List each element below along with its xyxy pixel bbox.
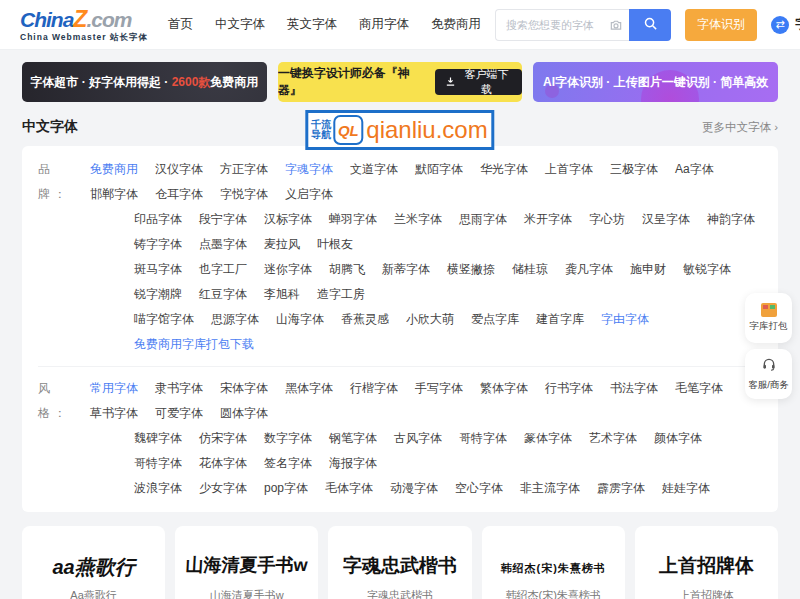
font-tag-link[interactable]: 锐字潮牌 [134,282,182,307]
font-tag-link[interactable]: 上首字体 [545,157,593,182]
client-download-button[interactable]: 客户端下载 [435,69,523,95]
font-tag-link[interactable]: 花体字体 [199,451,247,476]
font-tag-link[interactable]: 签名字体 [264,451,312,476]
font-tag-link[interactable]: 草书字体 [90,401,138,426]
font-tag-link[interactable]: 香蕉灵感 [341,307,389,332]
font-tag-link[interactable]: 字心坊 [589,207,625,232]
font-tag-link[interactable]: 胡腾飞 [329,257,365,282]
search-input[interactable] [506,19,609,31]
font-tag-link[interactable]: 毛笔字体 [675,376,723,401]
banner-client-download[interactable]: 一键换字设计师必备『神器』 客户端下载 [278,62,523,102]
font-tag-link[interactable]: 书法字体 [610,376,658,401]
font-tag-link[interactable]: 思源字体 [211,307,259,332]
font-tag-link[interactable]: 海报字体 [329,451,377,476]
search-button[interactable] [629,9,671,41]
font-tag-link[interactable]: 手写字体 [415,376,463,401]
font-tag-link[interactable]: 敏锐字体 [683,257,731,282]
font-tag-link[interactable]: 新蒂字体 [382,257,430,282]
font-tag-link[interactable]: 思雨字体 [459,207,507,232]
font-pack-button[interactable]: 字库打包 [745,293,792,343]
font-tag-link[interactable]: 动漫字体 [390,476,438,501]
nav-english-fonts[interactable]: 英文字体 [287,16,337,33]
font-tag-link[interactable]: 麦拉风 [264,232,300,257]
camera-icon[interactable] [609,18,623,32]
font-recognize-button[interactable]: 字体识别 [685,9,757,41]
font-tag-link[interactable]: 古风字体 [394,426,442,451]
font-tag-link[interactable]: 爱点字库 [471,307,519,332]
font-tag-link[interactable]: 免费商用字库打包下载 [134,332,254,357]
font-tag-link[interactable]: 米开字体 [524,207,572,232]
font-tag-link[interactable]: 繁体字体 [480,376,528,401]
font-tag-link[interactable]: 华光字体 [480,157,528,182]
font-tag-link[interactable]: 颜体字体 [654,426,702,451]
font-tag-link[interactable]: 可爱字体 [155,401,203,426]
font-tag-link[interactable]: 铸字字体 [134,232,182,257]
font-tag-link[interactable]: 仓耳字体 [155,182,203,207]
font-tag-link[interactable]: 汉标字体 [264,207,312,232]
font-tag-link[interactable]: 李旭科 [264,282,300,307]
font-tag-link[interactable]: 默陌字体 [415,157,463,182]
font-tag-link[interactable]: 篆体字体 [524,426,572,451]
font-tag-link[interactable]: 空心字体 [455,476,503,501]
font-tag-link[interactable]: 行楷字体 [350,376,398,401]
font-card[interactable]: 山海清夏手书w山海清夏手书w [175,526,318,599]
font-tag-link[interactable]: 点墨字体 [199,232,247,257]
font-tag-link[interactable]: 行书字体 [545,376,593,401]
font-tag-link[interactable]: 少女字体 [199,476,247,501]
font-tag-link[interactable]: 横竖撇捺 [447,257,495,282]
font-tag-link[interactable]: 字悦字体 [220,182,268,207]
font-tag-link[interactable]: 斑马字体 [134,257,182,282]
font-tag-link[interactable]: 霹雳字体 [597,476,645,501]
font-tag-link[interactable]: 汉仪字体 [155,157,203,182]
font-tag-link[interactable]: 施申财 [630,257,666,282]
font-tag-link[interactable]: 三极字体 [610,157,658,182]
font-tag-link[interactable]: 魏碑字体 [134,426,182,451]
font-tag-link[interactable]: Aa字体 [675,157,714,182]
font-tag-link[interactable]: 段宁字体 [199,207,247,232]
font-tag-link[interactable]: 字魂字体 [285,157,333,182]
font-tag-link[interactable]: 数字字体 [264,426,312,451]
font-card[interactable]: 上首招牌体上首招牌体 [635,526,778,599]
font-tag-link[interactable]: 娃娃字体 [662,476,710,501]
font-card[interactable]: aa燕歌行Aa燕歌行 [22,526,165,599]
font-tag-link[interactable]: 造字工房 [317,282,365,307]
font-card[interactable]: 韩绍杰(宋)朱熹榜书韩绍杰(宋)朱熹榜书 [482,526,625,599]
site-logo[interactable]: ChinaZ.com China Webmaster 站长字体 [20,8,148,42]
customer-service-button[interactable]: 客服/商务 [745,349,792,399]
font-tag-link[interactable]: 义启字体 [285,182,333,207]
font-tag-link[interactable]: 常用字体 [90,376,138,401]
font-tag-link[interactable]: 黑体字体 [285,376,333,401]
font-tag-link[interactable]: 钢笔字体 [329,426,377,451]
font-tag-link[interactable]: 仿宋字体 [199,426,247,451]
nav-commercial-fonts[interactable]: 商用字体 [359,16,409,33]
nav-free-commercial[interactable]: 免费商用 [431,16,481,33]
font-tag-link[interactable]: 龚凡字体 [565,257,613,282]
font-tag-link[interactable]: 免费商用 [90,157,138,182]
font-tag-link[interactable]: 叶根友 [317,232,353,257]
font-tag-link[interactable]: 文道字体 [350,157,398,182]
font-tag-link[interactable]: 哥特字体 [134,451,182,476]
font-tag-link[interactable]: 迷你字体 [264,257,312,282]
font-tag-link[interactable]: 兰米字体 [394,207,442,232]
banner-font-market[interactable]: 字体超市 · 好字体用得起 · 2600款免费商用 [22,62,267,102]
nav-home[interactable]: 首页 [168,16,193,33]
font-tag-link[interactable]: 毛体字体 [325,476,373,501]
font-tag-link[interactable]: 方正字体 [220,157,268,182]
font-tag-link[interactable]: 哥特字体 [459,426,507,451]
font-tag-link[interactable]: 建首字库 [536,307,584,332]
font-tag-link[interactable]: 邯郸字体 [90,182,138,207]
font-tag-link[interactable]: 小欣大萌 [406,307,454,332]
font-card[interactable]: 字魂忠武楷书字魂忠武楷书 [328,526,471,599]
font-tag-link[interactable]: 字由字体 [601,307,649,332]
font-tag-link[interactable]: 艺术字体 [589,426,637,451]
font-tag-link[interactable]: 非主流字体 [520,476,580,501]
font-tag-link[interactable]: 汉呈字体 [642,207,690,232]
font-tag-link[interactable]: 神韵字体 [707,207,755,232]
font-tag-link[interactable]: 印品字体 [134,207,182,232]
font-tag-link[interactable]: pop字体 [264,476,308,501]
banner-ai-recognize[interactable]: AI字体识别 · 上传图片一键识别 · 简单高效 [533,62,778,102]
more-chinese-fonts-link[interactable]: 更多中文字体 › [702,120,778,135]
font-tag-link[interactable]: 波浪字体 [134,476,182,501]
font-tag-link[interactable]: 宋体字体 [220,376,268,401]
font-tag-link[interactable]: 也字工厂 [199,257,247,282]
